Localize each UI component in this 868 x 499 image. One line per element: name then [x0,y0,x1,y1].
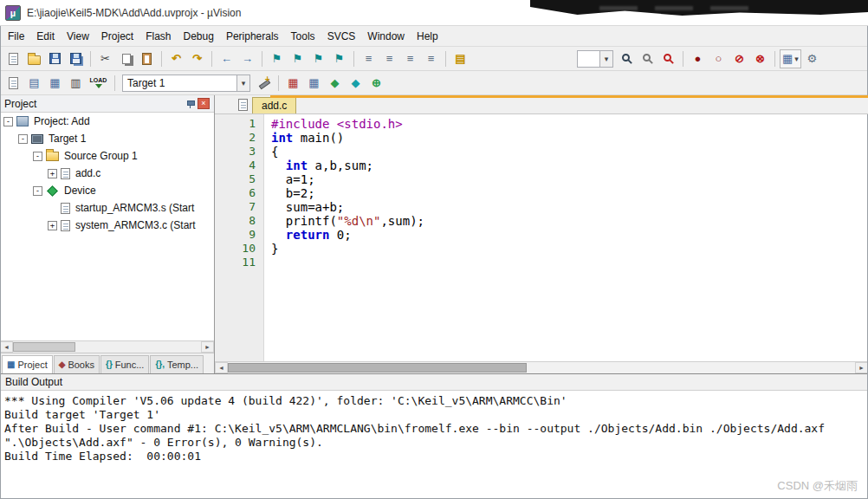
project-hscrollbar[interactable]: ◄ ► [0,340,214,353]
menu-item-debug[interactable]: Debug [178,28,220,45]
new-file-button[interactable] [3,49,23,68]
scroll-right-button[interactable]: ► [855,362,868,373]
redo-button[interactable]: ↷ [187,49,207,68]
toolbar-separator [278,75,279,91]
toggle-breakpoint-button[interactable]: ● [688,49,708,68]
tree-item-add-c[interactable]: +add.c [0,165,214,182]
collapse-box[interactable]: - [33,152,42,161]
search-combo[interactable]: ▾ [577,50,613,68]
chevron-down-icon[interactable]: ▾ [599,51,612,67]
chevron-down-icon[interactable]: ▾ [236,75,249,91]
file-extensions-button[interactable]: ▦ [283,74,303,93]
pin-icon[interactable] [186,100,194,108]
navigate-back-button[interactable]: ← [217,49,236,68]
rebuild-button[interactable]: ▦ [45,74,65,93]
main-area: Project × -Project: Add-Target 1-Source … [0,95,868,374]
paste-button[interactable] [137,49,157,68]
scroll-left-button[interactable]: ◄ [215,362,228,373]
menu-item-help[interactable]: Help [411,28,444,45]
find-in-files-button[interactable] [617,49,637,68]
menu-item-file[interactable]: File [2,28,30,45]
kill-all-breakpoints-button[interactable]: ⊗ [750,49,770,68]
tree-item-device[interactable]: -Device [0,182,214,199]
scroll-left-button[interactable]: ◄ [0,341,13,353]
download-arrow-icon [95,84,102,88]
runtime-environment-button[interactable]: ◆ [325,74,345,93]
tree-item-target-1[interactable]: -Target 1 [0,130,214,147]
expand-box[interactable]: + [48,221,57,230]
panel-tab-func[interactable]: {}Func... [100,355,149,373]
editor-tab-addc[interactable]: add.c [252,97,296,113]
code-pane[interactable]: #include <stdio.h>int main(){ int a,b,su… [264,114,868,361]
menu-item-peripherals[interactable]: Peripherals [220,28,285,45]
scroll-thumb[interactable] [13,342,75,352]
cut-icon: ✂ [100,53,110,64]
undo-button[interactable]: ↶ [166,49,186,68]
find-button[interactable] [658,49,678,68]
enable-breakpoint-button[interactable]: ○ [709,49,729,68]
menu-item-svcs[interactable]: SVCS [321,28,362,45]
uncomment-button[interactable]: ≡ [421,49,441,68]
menu-item-tools[interactable]: Tools [285,28,321,45]
tree-item-startup-armcm3-s-start[interactable]: startup_ARMCM3.s (Start [0,199,214,217]
save-all-button[interactable] [66,49,86,68]
insert-template-button[interactable]: ▤ [450,49,470,68]
panel-tab-project[interactable]: ▦Project [2,355,53,373]
navigate-forward-button[interactable]: → [237,49,257,68]
collapse-box[interactable]: - [18,134,28,144]
build-output-header: Build Output [0,374,868,391]
open-file-button[interactable] [24,49,44,68]
multi-project-button[interactable]: ▦ [304,74,324,93]
software-packs-button[interactable]: ◆ [346,74,366,93]
bookmark-clear-all-button[interactable]: ⚑ [329,49,349,68]
tree-item-source-group-1[interactable]: -Source Group 1 [0,147,214,165]
code-line: int main() [271,131,868,145]
expand-box[interactable]: + [48,169,57,178]
toolbar-separator [774,51,775,67]
options-for-target-button[interactable] [254,74,274,93]
code-area[interactable]: 1234567891011 #include <stdio.h>int main… [215,114,868,361]
toolbar-separator [445,51,446,67]
target-select[interactable]: Target 1 ▾ [122,75,250,92]
line-number: 7 [215,200,263,214]
save-button[interactable] [45,49,65,68]
translate-button[interactable] [3,74,23,93]
line-number: 5 [215,172,263,186]
menu-item-window[interactable]: Window [361,28,411,45]
collapse-box[interactable]: - [33,186,42,196]
bookmark-next-button[interactable]: ⚑ [308,49,328,68]
editor-hscrollbar[interactable]: ◄ ► [215,361,868,373]
incremental-find-button[interactable] [638,49,657,68]
window-layout-dropdown[interactable]: ▦ ▾ [780,49,801,68]
load-button[interactable]: LOAD [87,74,110,93]
bookmark-prev-button[interactable]: ⚑ [288,49,308,68]
tree-item-system-armcm3-c-start[interactable]: +system_ARMCM3.c (Start [0,217,214,234]
bookmark-toggle-button[interactable]: ⚑ [267,49,287,68]
collapse-box[interactable]: - [3,117,13,126]
panel-tab-temp[interactable]: {},Temp... [150,355,204,373]
panel-tab-books[interactable]: ◆Books [54,355,100,373]
disable-all-breakpoints-button[interactable]: ⊘ [729,49,749,68]
undo-icon: ↶ [172,53,181,64]
pack-installer-button[interactable]: ⊕ [366,74,386,93]
batch-build-button[interactable]: ▥ [66,74,86,93]
find-in-files-icon [622,54,630,62]
paste-icon [142,53,152,65]
file-icon [61,203,70,214]
menu-item-view[interactable]: View [61,28,95,45]
outdent-button[interactable]: ≡ [359,49,379,68]
tree-item-project-add[interactable]: -Project: Add [0,113,214,130]
scroll-right-button[interactable]: ► [201,341,214,353]
menubar: FileEditViewProjectFlashDebugPeripherals… [0,26,868,47]
scroll-thumb[interactable] [228,363,527,373]
configure-button[interactable]: ⚙ [802,49,822,68]
comment-button[interactable]: ≡ [400,49,420,68]
menu-item-edit[interactable]: Edit [30,28,61,45]
cut-button[interactable]: ✂ [95,49,115,68]
menu-item-flash[interactable]: Flash [139,28,177,45]
copy-button[interactable] [116,49,136,68]
build-button[interactable]: ▤ [24,74,44,93]
close-panel-button[interactable]: × [198,98,210,109]
menu-item-project[interactable]: Project [95,28,139,45]
indent-button[interactable]: ≡ [379,49,399,68]
